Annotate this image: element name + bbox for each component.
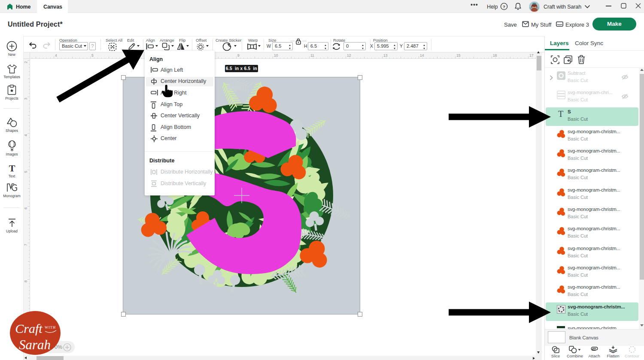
svg-text:?: ? bbox=[503, 4, 505, 9]
svg-text:T: T bbox=[9, 164, 15, 173]
svg-text:Craft: Craft bbox=[15, 321, 43, 336]
svg-text:Sarah: Sarah bbox=[19, 337, 51, 352]
svg-text:WITH: WITH bbox=[45, 325, 56, 329]
